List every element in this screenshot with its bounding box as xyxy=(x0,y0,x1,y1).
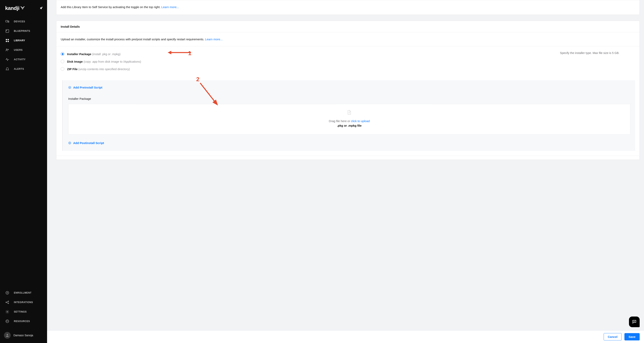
sidebar-item-label: BLUEPRINTS xyxy=(14,30,30,32)
install-details-subtext: Upload an installer, customize the insta… xyxy=(61,37,205,41)
sidebar-item-label: USERS xyxy=(14,49,22,51)
installer-type-hint: Specify the installer type. Max file siz… xyxy=(560,51,635,73)
svg-rect-5 xyxy=(6,30,9,32)
radio-icon xyxy=(61,67,64,71)
sidebar-item-library[interactable]: LIBRARY xyxy=(0,36,47,45)
svg-rect-3 xyxy=(6,20,8,22)
integrations-icon xyxy=(5,300,10,304)
svg-rect-7 xyxy=(6,39,7,40)
pin-icon[interactable] xyxy=(40,6,43,10)
install-details-learn-more-link[interactable]: Learn more... xyxy=(205,37,223,41)
sidebar-item-label: SETTINGS xyxy=(14,311,27,313)
installer-config-panel: Add Preinstall Script Installer Package … xyxy=(62,80,635,151)
radio-title: ZIP File xyxy=(67,67,78,71)
sidebar-item-integrations[interactable]: INTEGRATIONS xyxy=(0,298,47,307)
user-row[interactable]: Damaso Sanoja xyxy=(0,329,47,343)
sidebar-item-label: ALERTS xyxy=(14,67,24,70)
nav-top: DEVICES BLUEPRINTS LIBRARY USERS xyxy=(0,17,47,74)
activity-icon xyxy=(5,57,10,61)
add-link-label: Add Postinstall Script xyxy=(73,141,104,145)
svg-point-0 xyxy=(22,7,23,9)
add-preinstall-script-link[interactable]: Add Preinstall Script xyxy=(68,86,102,89)
blueprints-icon xyxy=(5,29,10,33)
plus-circle-icon xyxy=(68,141,71,144)
radio-icon xyxy=(61,60,64,63)
upload-dropzone[interactable]: Drag file here or click to upload .pkg o… xyxy=(68,104,630,135)
installer-type-group: Installer Package (install .pkg or .mpkg… xyxy=(61,51,552,73)
sidebar-item-label: LIBRARY xyxy=(14,39,25,42)
svg-rect-9 xyxy=(6,41,7,42)
radio-hint: (copy .app from disk image to /Applicati… xyxy=(83,60,141,63)
cancel-button[interactable]: Cancel xyxy=(604,333,622,341)
dropzone-format: .pkg or .mpkg file xyxy=(70,124,628,127)
users-icon xyxy=(5,48,10,52)
radio-title: Installer Package xyxy=(67,52,92,56)
footer-bar: Cancel Save xyxy=(47,330,644,343)
svg-point-19 xyxy=(7,334,8,335)
sidebar: kandji DEVICES xyxy=(0,0,47,343)
chat-icon xyxy=(632,319,637,325)
library-icon xyxy=(5,38,10,42)
radio-disk-image[interactable]: Disk Image (copy .app from disk image to… xyxy=(61,58,552,66)
sidebar-item-activity[interactable]: ACTIVITY xyxy=(0,55,47,64)
sidebar-item-devices[interactable]: DEVICES xyxy=(0,17,47,26)
svg-point-6 xyxy=(6,30,7,31)
settings-icon xyxy=(5,310,10,314)
sidebar-item-users[interactable]: USERS xyxy=(0,45,47,55)
plus-circle-icon xyxy=(68,86,71,89)
main-content: Add this Library Item to Self Service by… xyxy=(47,0,644,343)
sidebar-item-label: DEVICES xyxy=(14,20,25,23)
brand-logo: kandji xyxy=(5,5,25,11)
enrollment-icon xyxy=(5,291,10,295)
user-name: Damaso Sanoja xyxy=(14,334,33,337)
radio-hint: (unzip contents into specified directory… xyxy=(78,67,130,71)
add-postinstall-script-link[interactable]: Add Postinstall Script xyxy=(68,141,104,145)
install-details-card: Install Details Upload an installer, cus… xyxy=(56,21,640,160)
sidebar-item-resources[interactable]: RESOURCES xyxy=(0,317,47,326)
card-divider xyxy=(56,156,640,160)
radio-zip-file[interactable]: ZIP File (unzip contents into specified … xyxy=(61,66,552,73)
devices-icon xyxy=(5,19,10,23)
sidebar-item-label: ENROLLMENT xyxy=(14,292,32,294)
sidebar-item-enrollment[interactable]: ENROLLMENT xyxy=(0,288,47,298)
svg-rect-10 xyxy=(8,41,9,42)
nav-bottom: ENROLLMENT INTEGRATIONS SETTINGS RESOURC… xyxy=(0,288,47,329)
save-button[interactable]: Save xyxy=(624,333,640,341)
sidebar-item-label: INTEGRATIONS xyxy=(14,301,33,304)
sidebar-item-settings[interactable]: SETTINGS xyxy=(0,307,47,317)
sidebar-item-blueprints[interactable]: BLUEPRINTS xyxy=(0,26,47,36)
svg-rect-8 xyxy=(8,39,9,40)
click-to-upload-link[interactable]: click to upload xyxy=(351,119,370,123)
dropzone-prefix: Drag file here or xyxy=(329,119,351,123)
install-details-header: Install Details xyxy=(56,21,640,32)
add-link-label: Add Preinstall Script xyxy=(73,86,102,89)
resources-icon xyxy=(5,319,10,323)
svg-rect-2 xyxy=(22,8,23,9)
radio-title: Disk Image xyxy=(67,60,83,63)
alerts-icon xyxy=(5,67,10,71)
bee-icon xyxy=(20,5,25,11)
sidebar-item-label: RESOURCES xyxy=(14,320,30,323)
svg-point-17 xyxy=(7,311,8,312)
radio-installer-package[interactable]: Installer Package (install .pkg or .mpkg… xyxy=(61,51,552,58)
sidebar-item-label: ACTIVITY xyxy=(14,58,26,61)
radio-icon xyxy=(61,52,64,56)
self-service-learn-more-link[interactable]: Learn more... xyxy=(162,5,179,9)
self-service-text: Add this Library Item to Self Service by… xyxy=(61,5,162,9)
avatar xyxy=(4,332,11,339)
file-upload-icon xyxy=(70,110,628,115)
svg-point-11 xyxy=(6,49,7,50)
svg-rect-4 xyxy=(8,21,9,22)
sidebar-item-alerts[interactable]: ALERTS xyxy=(0,64,47,74)
installer-package-label: Installer Package xyxy=(68,97,630,100)
self-service-card: Add this Library Item to Self Service by… xyxy=(56,0,640,15)
svg-point-12 xyxy=(8,49,8,50)
radio-hint: (install .pkg or .mpkg) xyxy=(92,52,121,56)
chat-fab[interactable] xyxy=(629,317,640,327)
